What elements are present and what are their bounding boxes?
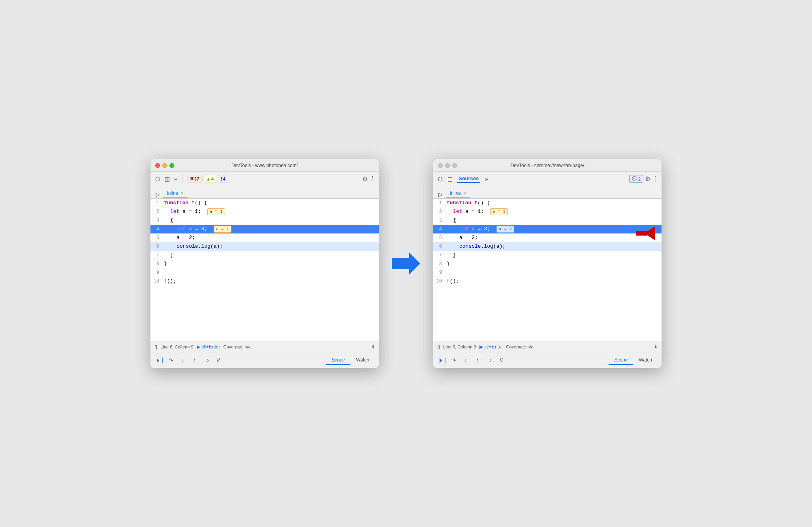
right-editor-padding	[433, 286, 662, 341]
right-status-bar: {} Line 6, Column 9 ▶ ⌘+Enter Coverage: …	[433, 341, 662, 352]
right-tabs-bar: ▷ inline ✕	[433, 186, 662, 199]
right-step-out-button[interactable]: ↑	[473, 356, 482, 365]
left-status-bar: {} Line 6, Column 9 ▶ ⌘+Enter Coverage: …	[150, 341, 379, 352]
right-more-tools[interactable]: »	[483, 175, 490, 183]
arrow-shape	[392, 252, 420, 275]
left-code-line-4: 4 let a = 3; a = 1	[150, 225, 379, 233]
format-icon[interactable]: {}	[154, 344, 157, 349]
left-code-line-3: 3 {	[150, 216, 379, 225]
right-step-over-button[interactable]: ↷	[449, 356, 459, 365]
right-editor-container: 1 function f() { 2 let a = 1; a = 1 3 { …	[433, 199, 662, 341]
warn-icon: ▲	[206, 177, 211, 181]
left-coverage: Coverage: n/a	[224, 344, 251, 349]
info-badge[interactable]: ! 4	[218, 175, 228, 183]
right-badge-count: 2	[638, 177, 641, 181]
left-inline-tab[interactable]: inline ✕	[163, 189, 188, 198]
chat-icon: 💬	[632, 176, 637, 181]
right-step-button[interactable]: ⇒	[485, 356, 494, 365]
right-code-line-10: 10 f();	[433, 277, 662, 286]
run-snippet-icon[interactable]: ▷	[154, 190, 162, 198]
error-count: 37	[194, 177, 199, 181]
step-button[interactable]: ⇒	[202, 356, 211, 365]
left-devtools-window: DevTools - www.photopea.com/ ⬡ ◫ » ✖ 37 …	[150, 159, 379, 368]
arrow-body	[392, 258, 409, 269]
step-over-button[interactable]: ↷	[166, 356, 176, 365]
right-format-icon[interactable]: {}	[437, 344, 440, 349]
right-debug-tabs: Scope Watch	[609, 356, 658, 365]
left-code-line-2: 2 let a = 1; a = 1	[150, 207, 379, 216]
right-inline-tab[interactable]: inline ✕	[446, 189, 470, 198]
step-into-button[interactable]: ↓	[178, 356, 188, 365]
right-code-line-4: 4 let a = 3; a = 2	[433, 225, 662, 233]
right-titlebar: DevTools - chrome://new-tab-page/	[433, 159, 662, 172]
left-run-button[interactable]: ▶ ⌘+Enter	[197, 344, 220, 350]
deactivate-button[interactable]: //	[214, 356, 223, 365]
left-editor-container: 1 function f() { 2 let a = 1; a = 1 3 { …	[150, 199, 379, 341]
left-code-line-6: 6 console.log(a);	[150, 242, 379, 251]
svg-rect-1	[636, 231, 647, 236]
right-run-snippet-icon[interactable]: ▷	[436, 190, 444, 198]
right-run-button[interactable]: ▶ ⌘+Enter	[479, 344, 503, 350]
left-debug-toolbar: ⏵| ↷ ↓ ↑ ⇒ // Scope Watch	[150, 352, 379, 368]
right-code-line-9: 9	[433, 268, 662, 277]
left-editor[interactable]: 1 function f() { 2 let a = 1; a = 1 3 { …	[150, 199, 379, 341]
right-editor[interactable]: 1 function f() { 2 let a = 1; a = 1 3 { …	[433, 199, 662, 341]
scene: DevTools - www.photopea.com/ ⬡ ◫ » ✖ 37 …	[134, 143, 678, 384]
resume-button[interactable]: ⏵|	[154, 356, 164, 365]
error-badge[interactable]: ✖ 37	[187, 175, 202, 183]
left-code-line-5: 5 a = 2;	[150, 233, 379, 242]
left-position: Line 6, Column 9	[160, 344, 193, 349]
right-step-into-button[interactable]: ↓	[461, 356, 470, 365]
right-tab-close[interactable]: ✕	[463, 191, 466, 196]
maximize-button[interactable]	[169, 163, 174, 168]
direction-arrow	[392, 252, 420, 275]
left-scope-tab[interactable]: Scope	[326, 356, 350, 365]
error-icon: ✖	[190, 176, 194, 181]
left-tabs-bar: ▷ inline ✕	[150, 186, 379, 199]
right-devtools-window: DevTools - chrome://new-tab-page/ ⬡ ◫ So…	[433, 159, 662, 368]
right-scope-tab[interactable]: Scope	[609, 356, 633, 365]
step-out-button[interactable]: ↑	[190, 356, 199, 365]
more-tools-button[interactable]: »	[173, 175, 179, 183]
close-button[interactable]	[155, 163, 160, 168]
device-icon[interactable]: ◫	[163, 175, 171, 183]
left-tab-label: inline	[167, 190, 178, 196]
left-window-title: DevTools - www.photopea.com/	[231, 163, 298, 168]
right-cursor-icon[interactable]: ⬡	[436, 175, 444, 183]
cursor-icon[interactable]: ⬡	[154, 175, 162, 183]
right-settings-icon[interactable]: ⚙	[645, 175, 650, 183]
arrow-head	[409, 252, 420, 275]
right-position: Line 6, Column 9	[443, 344, 476, 349]
right-window-title: DevTools - chrome://new-tab-page/	[511, 163, 585, 168]
left-code-line-1: 1 function f() {	[150, 199, 379, 207]
left-scroll-btn[interactable]: ⬇	[371, 344, 375, 349]
right-resume-button[interactable]: ⏵|	[437, 356, 447, 365]
right-tab-label: inline	[450, 190, 461, 196]
right-device-icon[interactable]: ◫	[446, 175, 454, 183]
right-traffic-lights	[438, 163, 457, 168]
more-options-icon[interactable]: ⋮	[369, 175, 376, 183]
editor-padding	[150, 286, 379, 341]
left-watch-tab[interactable]: Watch	[350, 356, 375, 365]
right-deactivate-button[interactable]: //	[496, 356, 506, 365]
left-code-line-7: 7 }	[150, 251, 379, 260]
warn-badge[interactable]: ▲ 4	[203, 175, 216, 183]
right-scroll-btn[interactable]: ⬇	[654, 344, 658, 349]
right-chat-badge[interactable]: 💬 2	[629, 175, 643, 183]
right-more-options-icon[interactable]: ⋮	[652, 175, 658, 183]
settings-icon[interactable]: ⚙	[362, 175, 368, 183]
info-count: 4	[223, 177, 226, 181]
left-debug-tabs: Scope Watch	[326, 356, 375, 365]
right-maximize-button[interactable]	[452, 163, 457, 168]
sources-tab[interactable]: Sources	[457, 175, 480, 183]
right-watch-tab[interactable]: Watch	[633, 356, 658, 365]
badge-group: ✖ 37 ▲ 4 ! 4	[187, 175, 228, 183]
right-close-button[interactable]	[438, 163, 443, 168]
left-traffic-lights	[155, 163, 174, 168]
right-main-toolbar: ⬡ ◫ Sources » 💬 2 ⚙ ⋮	[433, 172, 662, 186]
left-tab-close[interactable]: ✕	[180, 191, 184, 196]
right-minimize-button[interactable]	[445, 163, 450, 168]
info-icon: !	[221, 177, 222, 181]
minimize-button[interactable]	[162, 163, 167, 168]
right-code-line-8: 8 }	[433, 260, 662, 268]
